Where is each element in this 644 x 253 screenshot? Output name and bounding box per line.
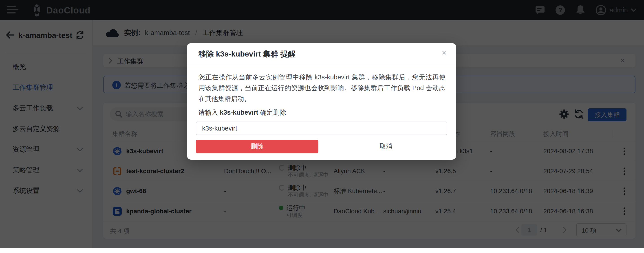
- divider: [187, 65, 456, 65]
- cluster-name-to-confirm: k3s-kubevirt: [220, 109, 258, 116]
- modal-body-text: 您正在操作从当前多云实例管理中移除 k3s-kubevirt 集群，移除集群后，…: [198, 72, 446, 104]
- screen: DaoCloud ? admin: [0, 0, 644, 253]
- confirm-name-input[interactable]: [196, 122, 447, 135]
- confirm-prompt: 请输入 k3s-kubevirt 确定删除: [198, 108, 286, 117]
- cancel-button[interactable]: 取消: [325, 140, 447, 153]
- remove-cluster-modal: 移除 k3s-kubevirt 集群 提醒 × 您正在操作从当前多云实例管理中移…: [187, 43, 456, 160]
- delete-button[interactable]: 删除: [196, 140, 318, 153]
- close-icon[interactable]: ×: [442, 48, 446, 57]
- modal-title: 移除 k3s-kubevirt 集群 提醒: [198, 49, 296, 59]
